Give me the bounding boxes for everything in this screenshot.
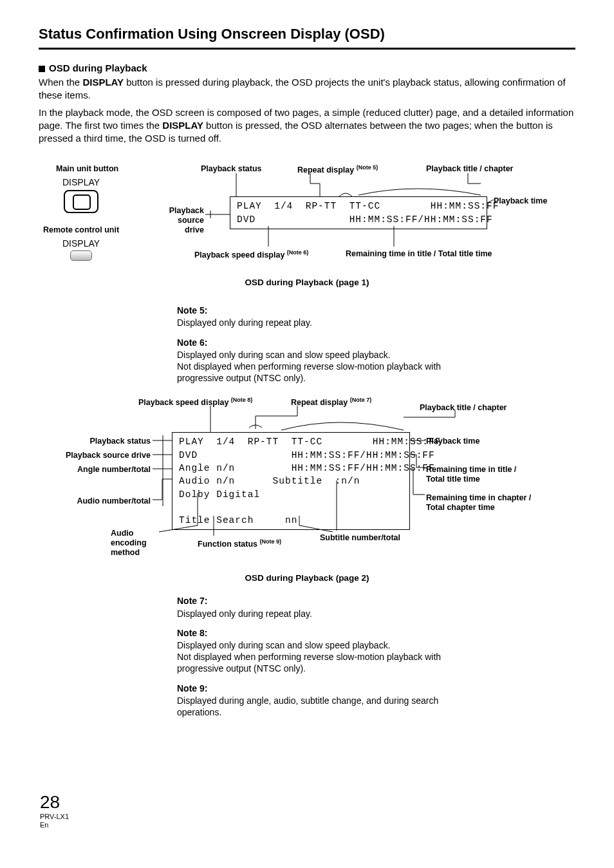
page-footer: 28 PRV-LX1 En <box>40 792 69 829</box>
label-remaining-chapter: Remaining time in chapter / Total chapte… <box>426 493 548 513</box>
label-playback-time-2: Playback time <box>426 437 479 446</box>
page-title: Status Confirmation Using Onscreen Displ… <box>39 26 575 50</box>
diagram-2: Playback speed display (Note 8) Repeat d… <box>43 397 571 583</box>
label-playback-speed-display-2: Playback speed display (Note 8) <box>138 397 252 408</box>
display-button-main: DISPLAY <box>62 177 100 216</box>
label-main-unit-button: Main unit button <box>56 164 118 174</box>
label-angle-number: Angle number/total <box>57 465 151 475</box>
label-playback-source-drive: Playback source drive <box>165 206 204 235</box>
label-playback-source-drive-2: Playback source drive <box>43 451 151 460</box>
model-name: PRV-LX1 <box>40 813 69 821</box>
section-header: OSD during Playback <box>39 62 575 73</box>
display-button-remote: DISPLAY <box>62 238 100 263</box>
label-subtitle-number: Subtitle number/total <box>320 533 400 543</box>
label-audio-encoding: Audio encoding method <box>111 529 156 558</box>
diagram-1-caption: OSD during Playback (page 1) <box>43 278 571 287</box>
section-header-text: OSD during Playback <box>49 62 147 73</box>
label-remote-control-unit: Remote control unit <box>43 225 119 235</box>
note-8: Note 8: Displayed only during scan and s… <box>177 627 479 675</box>
label-playback-status: Playback status <box>201 164 262 174</box>
osd-box-page2: PLAY 1/4 RP-TT TT-CC HH:MM:SS:FF DVD HH:… <box>172 432 410 530</box>
paragraph-2: In the playback mode, the OSD screen is … <box>39 106 575 146</box>
note-9: Note 9: Displayed during angle, audio, s… <box>177 683 479 719</box>
note-5: Note 5: Displayed only during repeat pla… <box>177 305 479 328</box>
note-7: Note 7: Displayed only during repeat pla… <box>177 595 479 619</box>
page-number: 28 <box>40 792 69 813</box>
label-remaining-title: Remaining time in title / Total title ti… <box>426 465 535 484</box>
label-audio-number: Audio number/total <box>56 496 151 506</box>
diagram-1: Main unit button DISPLAY Remote control … <box>43 164 571 293</box>
label-repeat-display: Repeat display (Note 5) <box>297 164 378 175</box>
language: En <box>40 821 69 829</box>
label-playback-title-chapter: Playback title / chapter <box>426 164 513 174</box>
label-remaining-time: Remaining time in title / Total title ti… <box>346 249 492 259</box>
label-repeat-display-2: Repeat display (Note 7) <box>291 397 371 408</box>
diagram-2-caption: OSD during Playback (page 2) <box>43 573 571 583</box>
label-function-status: Function status (Note 9) <box>198 538 281 549</box>
label-playback-status-2: Playback status <box>67 437 151 446</box>
label-playback-speed-display: Playback speed display (Note 6) <box>194 249 308 260</box>
label-playback-time: Playback time <box>494 196 547 206</box>
bullet-square-icon <box>39 66 45 72</box>
note-6: Note 6: Displayed only during scan and s… <box>177 337 479 384</box>
paragraph-1: When the DISPLAY button is pressed durin… <box>39 76 575 102</box>
osd-box-page1: PLAY 1/4 RP-TT TT-CC HH:MM:SS:FF DVD HH:… <box>230 196 487 229</box>
label-playback-title-chapter-2: Playback title / chapter <box>420 403 507 413</box>
